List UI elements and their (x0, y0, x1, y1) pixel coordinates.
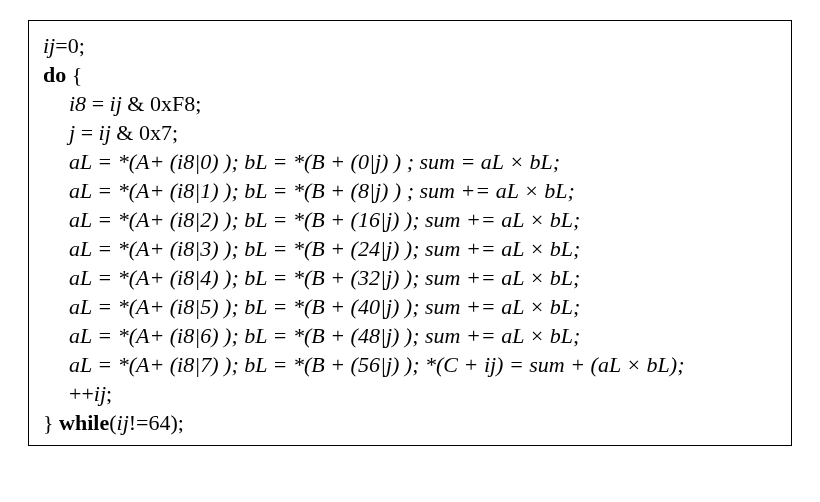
code-line: aL = *(A+ (i8|2) ); bL = *(B + (16|j) );… (43, 205, 777, 234)
code-line: aL = *(A+ (i8|1) ); bL = *(B + (8|j) ) ;… (43, 176, 777, 205)
a-part: aL = *(A+ (i8|7) ); (69, 352, 244, 377)
code-line: aL = *(A+ (i8|7) ); bL = *(B + (56|j) );… (43, 350, 777, 379)
page: ij=0; do { i8 = ij & 0xF8; j = ij & 0x7;… (0, 0, 820, 502)
code-box: ij=0; do { i8 = ij & 0xF8; j = ij & 0x7;… (28, 20, 792, 446)
code-line: aL = *(A+ (i8|3) ); bL = *(B + (24|j) );… (43, 234, 777, 263)
sum-part: sum += aL × bL; (425, 265, 580, 290)
text: ++ (69, 381, 94, 406)
a-part: aL = *(A+ (i8|0) ); (69, 149, 244, 174)
a-part: aL = *(A+ (i8|4) ); (69, 265, 244, 290)
text: & 0xF8; (122, 91, 201, 116)
b-part: bL = *(B + (56|j) ); (244, 352, 425, 377)
var-i8: i8 (69, 91, 86, 116)
text: = (75, 120, 98, 145)
sum-part: sum += aL × bL; (425, 236, 580, 261)
code-line: aL = *(A+ (i8|5) ); bL = *(B + (40|j) );… (43, 292, 777, 321)
text: !=64); (129, 410, 184, 435)
b-part: bL = *(B + (0|j) ) ; (244, 149, 419, 174)
a-part: aL = *(A+ (i8|3) ); (69, 236, 244, 261)
b-part: bL = *(B + (16|j) ); (244, 207, 425, 232)
code-line: do { (43, 60, 777, 89)
sum-part: sum += aL × bL; (425, 207, 580, 232)
sum-part: sum = aL × bL; (420, 149, 561, 174)
sum-part: sum += aL × bL; (420, 178, 575, 203)
text: =0; (55, 33, 85, 58)
sum-part: sum += aL × bL; (425, 323, 580, 348)
a-part: aL = *(A+ (i8|6) ); (69, 323, 244, 348)
sum-part: sum += aL × bL; (425, 294, 580, 319)
text: } (43, 410, 59, 435)
code-line: ij=0; (43, 31, 777, 60)
a-part: aL = *(A+ (i8|2) ); (69, 207, 244, 232)
var-ij: ij (43, 33, 55, 58)
code-line: aL = *(A+ (i8|0) ); bL = *(B + (0|j) ) ;… (43, 147, 777, 176)
code-line: j = ij & 0x7; (43, 118, 777, 147)
text: & 0x7; (111, 120, 178, 145)
a-part: aL = *(A+ (i8|1) ); (69, 178, 244, 203)
b-part: bL = *(B + (40|j) ); (244, 294, 425, 319)
a-part: aL = *(A+ (i8|5) ); (69, 294, 244, 319)
code-line: i8 = ij & 0xF8; (43, 89, 777, 118)
text: = (86, 91, 109, 116)
sum-part: *(C + ij) = sum + (aL × bL); (425, 352, 684, 377)
b-part: bL = *(B + (32|j) ); (244, 265, 425, 290)
keyword-while: while (59, 410, 109, 435)
keyword-do: do (43, 62, 66, 87)
text: { (66, 62, 82, 87)
var-ij: ij (99, 120, 111, 145)
var-ij: ij (94, 381, 106, 406)
b-part: bL = *(B + (8|j) ) ; (244, 178, 419, 203)
code-line: aL = *(A+ (i8|6) ); bL = *(B + (48|j) );… (43, 321, 777, 350)
code-line: ++ij; (43, 379, 777, 408)
code-line: } while(ij!=64); (43, 408, 777, 437)
text: ( (109, 410, 116, 435)
b-part: bL = *(B + (48|j) ); (244, 323, 425, 348)
b-part: bL = *(B + (24|j) ); (244, 236, 425, 261)
code-line: aL = *(A+ (i8|4) ); bL = *(B + (32|j) );… (43, 263, 777, 292)
var-ij: ij (110, 91, 122, 116)
var-ij: ij (117, 410, 129, 435)
text: ; (106, 381, 112, 406)
